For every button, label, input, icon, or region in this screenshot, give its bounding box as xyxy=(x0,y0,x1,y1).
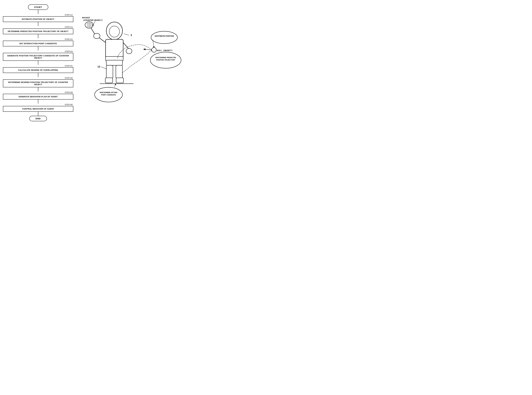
step-box-112: ESTIMATE POSITION OF OBJECT xyxy=(3,16,73,22)
step-label-122: STEP122 xyxy=(3,38,73,40)
step-block-114: STEP114 DETERMINE PREDICTED POSITION TRA… xyxy=(3,26,73,34)
step-label-136: STEP136 xyxy=(3,77,73,79)
step-label-114: STEP114 xyxy=(3,26,73,28)
step-box-124: GENERATE POSITION TRAJECTORY CANDIDATE O… xyxy=(3,53,73,61)
svg-line-15 xyxy=(123,43,129,49)
svg-text:1: 1 xyxy=(130,34,132,37)
svg-text:RACKET: RACKET xyxy=(82,16,90,19)
svg-line-7 xyxy=(91,28,95,34)
svg-point-29 xyxy=(152,48,156,52)
step-box-136: DETERMINE DESIRED POSITION TRAJECTORY OF… xyxy=(3,79,73,87)
step-box-114: DETERMINE PREDICTED POSITION TRAJECTORY … xyxy=(3,28,73,34)
page: START STEP112 ESTIMATE POSITION OF OBJEC… xyxy=(0,0,188,139)
svg-rect-18 xyxy=(105,78,113,83)
step-box-138: GENERATE BEHAVIOR PLAN OF AGENT xyxy=(3,94,73,99)
svg-rect-17 xyxy=(106,65,113,78)
step-box-140: CONTROL BEHAVIOR OF AGENT xyxy=(3,106,73,112)
diagram: 1 13 RACKET （COUNTER OBJECT） BALL（OBJ xyxy=(76,0,188,139)
step-label-140: STEP140 xyxy=(3,104,73,106)
svg-text:POSITION TRAJECTORY: POSITION TRAJECTORY xyxy=(156,59,175,61)
connector xyxy=(38,112,38,116)
svg-text:（COUNTER OBJECT）: （COUNTER OBJECT） xyxy=(82,19,104,21)
svg-rect-4 xyxy=(106,60,123,65)
step-label-131: STEP131 xyxy=(3,65,73,67)
connector xyxy=(38,10,38,14)
step-block-124: STEP124 GENERATE POSITION TRAJECTORY CAN… xyxy=(3,50,73,61)
connector xyxy=(38,73,38,77)
svg-text:13: 13 xyxy=(97,66,100,68)
svg-point-6 xyxy=(94,33,100,38)
flowchart: START STEP112 ESTIMATE POSITION OF OBJEC… xyxy=(0,0,76,139)
svg-point-1 xyxy=(109,26,119,37)
start-node: START xyxy=(28,4,48,10)
step-block-122: STEP122 SET INTERACTION POINT CANDIDATE xyxy=(3,38,73,46)
step-block-136: STEP136 DETERMINE DESIRED POSITION TRAJE… xyxy=(3,77,73,87)
svg-text:①ESTIMATE POSITION: ①ESTIMATE POSITION xyxy=(155,35,174,37)
svg-text:BALL（OBJECT）: BALL（OBJECT） xyxy=(157,49,173,51)
step-label-112: STEP112 xyxy=(3,14,73,16)
svg-line-41 xyxy=(114,84,116,87)
svg-line-25 xyxy=(101,67,107,69)
svg-line-23 xyxy=(124,34,129,35)
svg-line-31 xyxy=(144,49,152,50)
svg-text:②DETERMINE PREDICTED: ②DETERMINE PREDICTED xyxy=(155,57,176,58)
connector xyxy=(38,99,38,104)
svg-point-32 xyxy=(151,31,177,44)
connector xyxy=(38,46,38,50)
step-box-122: SET INTERACTION POINT CANDIDATE xyxy=(3,41,73,46)
connector xyxy=(38,22,38,26)
end-node: END xyxy=(29,116,47,121)
svg-text:POINT CANDIDATE: POINT CANDIDATE xyxy=(101,94,116,96)
robot-illustration: 1 13 RACKET （COUNTER OBJECT） BALL（OBJ xyxy=(81,12,183,115)
step-block-138: STEP138 GENERATE BEHAVIOR PLAN OF AGENT xyxy=(3,91,73,99)
svg-point-16 xyxy=(126,49,132,54)
svg-text:③DETERMINE HITTING: ③DETERMINE HITTING xyxy=(100,92,118,93)
connector xyxy=(38,87,38,91)
step-block-140: STEP140 CONTROL BEHAVIOR OF AGENT xyxy=(3,104,73,112)
svg-rect-2 xyxy=(106,39,123,58)
connector xyxy=(38,61,38,65)
step-label-124: STEP124 xyxy=(3,50,73,53)
step-block-131: STEP131 CALCULATE DEGREE OF OVERLAPPING xyxy=(3,65,73,73)
step-box-131: CALCULATE DEGREE OF OVERLAPPING xyxy=(3,67,73,73)
step-label-138: STEP138 xyxy=(3,91,73,93)
svg-rect-20 xyxy=(116,78,124,83)
svg-rect-19 xyxy=(116,65,123,78)
step-block-112: STEP112 ESTIMATE POSITION OF OBJECT xyxy=(3,14,73,22)
connector xyxy=(38,34,38,38)
